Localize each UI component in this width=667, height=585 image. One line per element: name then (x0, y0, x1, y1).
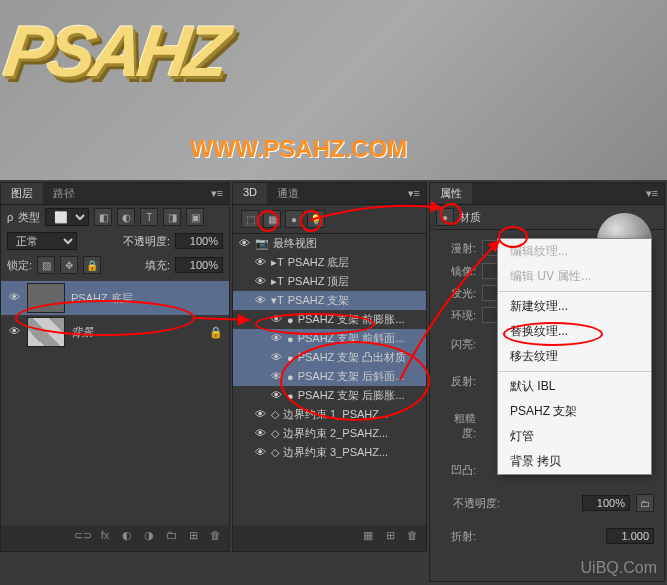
filter-icon[interactable]: ▣ (186, 208, 204, 226)
layer-list: 👁 PSAHZ 底层 👁 背景 🔒 (1, 277, 229, 353)
layer-thumb (27, 283, 65, 313)
3d-item[interactable]: 👁📷最终视图 (233, 234, 426, 253)
panel-title: 材质 (459, 210, 481, 225)
tab-3d[interactable]: 3D (233, 183, 267, 204)
opacity-label: 不透明度: (123, 234, 170, 249)
menu-remove-texture[interactable]: 移去纹理 (498, 344, 651, 369)
fx-icon[interactable]: fx (95, 529, 115, 547)
3d-item[interactable]: 👁●PSAHZ 支架 后斜面... (233, 367, 426, 386)
3d-item[interactable]: 👁●PSAHZ 支架 凸出材质 (233, 348, 426, 367)
visibility-icon[interactable]: 👁 (7, 291, 21, 305)
3d-panel: 3D 通道 ▾≡ ⬚ ▦ ● 💡 👁📷最终视图 👁▸TPSAHZ 底层 👁▸TP… (232, 182, 427, 552)
filter-mesh-icon[interactable]: ▦ (263, 210, 281, 228)
opacity-label: 不透明度: (440, 496, 500, 511)
filter-icon[interactable]: ◧ (94, 208, 112, 226)
lock-icon[interactable]: ▨ (37, 256, 55, 274)
blend-mode-select[interactable]: 正常 (7, 232, 77, 250)
tab-channels[interactable]: 通道 (267, 183, 309, 204)
menu-default-ibl[interactable]: 默认 IBL (498, 374, 651, 399)
trash-icon[interactable]: 🗑 (402, 529, 422, 547)
3d-item[interactable]: 👁●PSAHZ 支架 后膨胀... (233, 386, 426, 405)
layer-name: PSAHZ 底层 (71, 291, 133, 306)
filter-material-icon[interactable]: ● (285, 210, 303, 228)
3d-item[interactable]: 👁◇边界约束 1_PSAHZ... (233, 405, 426, 424)
filter-scene-icon[interactable]: ⬚ (241, 210, 259, 228)
layer-thumb (27, 317, 65, 347)
refraction-input[interactable] (606, 528, 654, 544)
lock-icon: 🔒 (209, 326, 223, 339)
tab-layers[interactable]: 图层 (1, 183, 43, 204)
new-icon[interactable]: ⊞ (380, 529, 400, 547)
3d-item[interactable]: 👁▸TPSAHZ 顶层 (233, 272, 426, 291)
filter-type-label: 类型 (18, 210, 40, 225)
diffuse-label: 漫射: (440, 241, 476, 256)
render-icon[interactable]: ▦ (358, 529, 378, 547)
texture-context-menu: 编辑纹理... 编辑 UV 属性... 新建纹理... 替换纹理... 移去纹理… (497, 238, 652, 475)
menu-edit-texture[interactable]: 编辑纹理... (498, 239, 651, 264)
shine-label: 闪亮: (440, 337, 476, 352)
new-icon[interactable]: ⊞ (183, 529, 203, 547)
layer-name: 背景 (71, 325, 93, 340)
refraction-label: 折射: (440, 529, 476, 544)
lock-pos-icon[interactable]: ✥ (60, 256, 78, 274)
link-icon[interactable]: ⊂⊃ (73, 529, 93, 547)
filter-type-select[interactable]: ⬜ (45, 208, 89, 226)
glow-label: 发光: (440, 286, 476, 301)
tex-icon[interactable]: 🗀 (636, 494, 654, 512)
layer-item[interactable]: 👁 PSAHZ 底层 (1, 281, 229, 315)
opacity-input[interactable] (175, 233, 223, 249)
3d-item[interactable]: 👁▾TPSAHZ 支架 (233, 291, 426, 310)
filter-icon[interactable]: ◨ (163, 208, 181, 226)
3d-list: 👁📷最终视图 👁▸TPSAHZ 底层 👁▸TPSAHZ 顶层 👁▾TPSAHZ … (233, 234, 426, 462)
3d-item[interactable]: 👁▸TPSAHZ 底层 (233, 253, 426, 272)
bump-label: 凹凸: (440, 463, 476, 478)
layer-item[interactable]: 👁 背景 🔒 (1, 315, 229, 349)
menu-new-texture[interactable]: 新建纹理... (498, 294, 651, 319)
reflect-label: 反射: (440, 374, 476, 389)
layers-panel: 图层 路径 ▾≡ ρ 类型 ⬜ ◧ ◐ T ◨ ▣ 正常 不透明度: 锁定: ▨… (0, 182, 230, 552)
3d-item[interactable]: 👁◇边界约束 3_PSAHZ... (233, 443, 426, 462)
fill-input[interactable] (175, 257, 223, 273)
3d-item[interactable]: 👁●PSAHZ 支架 前斜面... (233, 329, 426, 348)
tab-properties[interactable]: 属性 (430, 183, 472, 204)
3d-text: PSAHZ (0, 10, 230, 92)
panel-menu-icon[interactable]: ▾≡ (640, 183, 664, 204)
adjust-icon[interactable]: ◑ (139, 529, 159, 547)
filter-icon[interactable]: ◐ (117, 208, 135, 226)
panel-menu-icon[interactable]: ▾≡ (205, 183, 229, 204)
filter-icon[interactable]: T (140, 208, 158, 226)
group-icon[interactable]: 🗀 (161, 529, 181, 547)
menu-psahz[interactable]: PSAHZ 支架 (498, 399, 651, 424)
lock-all-icon[interactable]: 🔒 (83, 256, 101, 274)
rough-label: 粗糙度: (440, 411, 476, 441)
watermark: UiBQ.Com (581, 559, 657, 577)
lock-label: 锁定: (7, 258, 32, 273)
fill-label: 填充: (145, 258, 170, 273)
mask-icon[interactable]: ◐ (117, 529, 137, 547)
url-overlay: WWW.PSAHZ.COM (190, 135, 407, 163)
filter-light-icon[interactable]: 💡 (307, 210, 325, 228)
menu-replace-texture[interactable]: 替换纹理... (498, 319, 651, 344)
specular-label: 镜像: (440, 264, 476, 279)
tab-paths[interactable]: 路径 (43, 183, 85, 204)
ambient-label: 环境: (440, 308, 476, 323)
panel-menu-icon[interactable]: ▾≡ (402, 183, 426, 204)
visibility-icon[interactable]: 👁 (7, 325, 21, 339)
3d-item[interactable]: 👁◇边界约束 2_PSAHZ... (233, 424, 426, 443)
3d-item[interactable]: 👁●PSAHZ 支架 前膨胀... (233, 310, 426, 329)
trash-icon[interactable]: 🗑 (205, 529, 225, 547)
material-icon[interactable]: ● (436, 208, 454, 226)
menu-edit-uv[interactable]: 编辑 UV 属性... (498, 264, 651, 289)
menu-bg-copy[interactable]: 背景 拷贝 (498, 449, 651, 474)
3d-preview: PSAHZ WWW.PSAHZ.COM (0, 0, 667, 180)
menu-tube[interactable]: 灯管 (498, 424, 651, 449)
opacity-input[interactable] (582, 495, 630, 511)
